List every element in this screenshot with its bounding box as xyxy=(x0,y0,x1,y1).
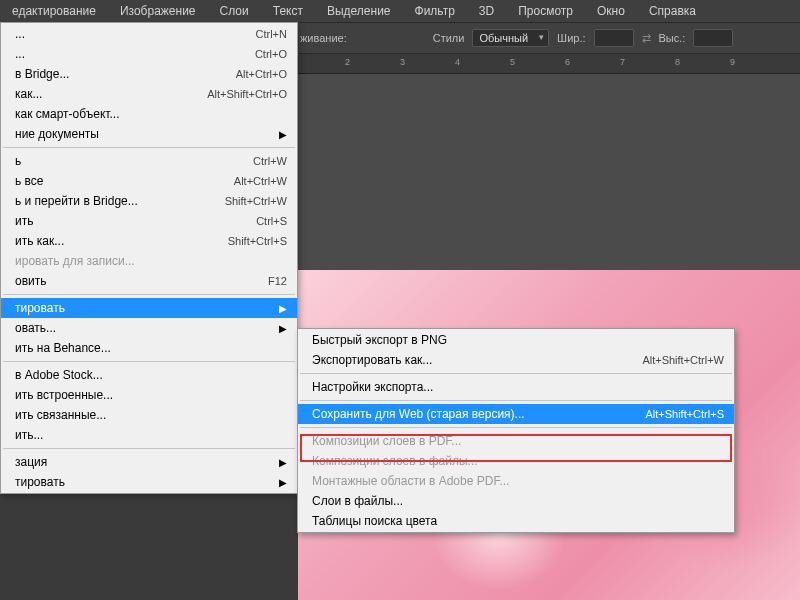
height-field[interactable] xyxy=(693,29,733,47)
menu-item-label: ировать для записи... xyxy=(15,254,287,268)
swap-icon[interactable]: ⇄ xyxy=(642,32,651,45)
menu-help[interactable]: Справка xyxy=(637,1,708,21)
ruler-tick: 3 xyxy=(400,57,405,67)
export-submenu: Быстрый экспорт в PNG Экспортировать как… xyxy=(297,328,735,533)
menu-item-label: ... xyxy=(15,27,232,41)
menu-item-close-all[interactable]: ь все Alt+Ctrl+W xyxy=(1,171,297,191)
menu-item-browse-bridge[interactable]: в Bridge... Alt+Ctrl+O xyxy=(1,64,297,84)
menu-item-label: ить встроенные... xyxy=(15,388,287,402)
menu-item-open-smart[interactable]: как смарт-объект... xyxy=(1,104,297,124)
menu-item-export[interactable]: тировать ▶ xyxy=(1,298,297,318)
ruler-tick: 2 xyxy=(345,57,350,67)
submenu-arrow-icon: ▶ xyxy=(279,323,287,334)
menu-item-label: в Adobe Stock... xyxy=(15,368,287,382)
menu-item-label: ить на Behance... xyxy=(15,341,287,355)
menu-window[interactable]: Окно xyxy=(585,1,637,21)
ruler-tick: 8 xyxy=(675,57,680,67)
menu-separator xyxy=(3,448,295,449)
style-select[interactable]: Обычный xyxy=(472,29,549,47)
menu-separator xyxy=(3,361,295,362)
menu-item-adobe-stock[interactable]: в Adobe Stock... xyxy=(1,365,297,385)
menu-item-label: ь xyxy=(15,154,229,168)
submenu-quick-export-png[interactable]: Быстрый экспорт в PNG xyxy=(298,330,734,350)
menu-item-new[interactable]: ... Ctrl+N xyxy=(1,24,297,44)
ruler-tick: 6 xyxy=(565,57,570,67)
menu-item-label: овить xyxy=(15,274,244,288)
menu-item-label: Слои в файлы... xyxy=(312,494,724,508)
menu-shortcut: Alt+Shift+Ctrl+S xyxy=(645,408,724,420)
menu-image[interactable]: Изображение xyxy=(108,1,208,21)
width-label: Шир.: xyxy=(557,32,585,44)
menu-item-generate[interactable]: овать... ▶ xyxy=(1,318,297,338)
menu-item-revert[interactable]: овить F12 xyxy=(1,271,297,291)
menu-separator xyxy=(3,294,295,295)
menu-edit[interactable]: едактирование xyxy=(0,1,108,21)
menu-shortcut: Alt+Ctrl+O xyxy=(236,68,287,80)
menu-item-label: овать... xyxy=(15,321,271,335)
width-field[interactable] xyxy=(594,29,634,47)
menu-item-label: ние документы xyxy=(15,127,271,141)
menu-item-label: зация xyxy=(15,455,271,469)
menu-text[interactable]: Текст xyxy=(261,1,315,21)
menu-item-label: Композиции слоев в PDF... xyxy=(312,434,724,448)
submenu-layer-comps-files: Композиции слоев в файлы... xyxy=(298,451,734,471)
menu-item-save[interactable]: ить Ctrl+S xyxy=(1,211,297,231)
ruler-tick: 7 xyxy=(620,57,625,67)
ruler-tick: 5 xyxy=(510,57,515,67)
menu-item-label: в Bridge... xyxy=(15,67,212,81)
menu-shortcut: Alt+Shift+Ctrl+O xyxy=(207,88,287,100)
canvas-background xyxy=(298,74,800,270)
menu-item-close-bridge[interactable]: ь и перейти в Bridge... Shift+Ctrl+W xyxy=(1,191,297,211)
menu-item-label: ить xyxy=(15,214,232,228)
menu-item-save-as[interactable]: ить как... Shift+Ctrl+S xyxy=(1,231,297,251)
menu-select[interactable]: Выделение xyxy=(315,1,403,21)
menu-item-label: Сохранить для Web (старая версия)... xyxy=(312,407,621,421)
submenu-layers-to-files[interactable]: Слои в файлы... xyxy=(298,491,734,511)
menu-item-label: как... xyxy=(15,87,183,101)
menu-item-place-embedded[interactable]: ить встроенные... xyxy=(1,385,297,405)
submenu-export-as[interactable]: Экспортировать как... Alt+Shift+Ctrl+W xyxy=(298,350,734,370)
menu-item-scripts[interactable]: тировать ▶ xyxy=(1,472,297,492)
file-menu: ... Ctrl+N ... Ctrl+O в Bridge... Alt+Ct… xyxy=(0,22,298,494)
menu-item-label: ить... xyxy=(15,428,287,442)
height-label: Выс.: xyxy=(659,32,686,44)
menu-item-label: ить как... xyxy=(15,234,204,248)
menu-item-label: Монтажные области в Adobe PDF... xyxy=(312,474,724,488)
menu-item-open-as[interactable]: как... Alt+Shift+Ctrl+O xyxy=(1,84,297,104)
menu-separator xyxy=(3,147,295,148)
menu-view[interactable]: Просмотр xyxy=(506,1,585,21)
menu-item-close[interactable]: ь Ctrl+W xyxy=(1,151,297,171)
ruler-tick: 9 xyxy=(730,57,735,67)
menu-item-label: Настройки экспорта... xyxy=(312,380,724,394)
menu-item-automate[interactable]: зация ▶ xyxy=(1,452,297,472)
submenu-arrow-icon: ▶ xyxy=(279,129,287,140)
menu-item-label: ... xyxy=(15,47,231,61)
menu-shortcut: Ctrl+W xyxy=(253,155,287,167)
menu-3d[interactable]: 3D xyxy=(467,1,506,21)
submenu-export-prefs[interactable]: Настройки экспорта... xyxy=(298,377,734,397)
ruler-tick: 4 xyxy=(455,57,460,67)
menu-layers[interactable]: Слои xyxy=(208,1,261,21)
menu-filter[interactable]: Фильтр xyxy=(403,1,467,21)
menu-item-label: Таблицы поиска цвета xyxy=(312,514,724,528)
menu-item-label: Экспортировать как... xyxy=(312,353,618,367)
menu-item-package[interactable]: ить... xyxy=(1,425,297,445)
submenu-artboards-pdf: Монтажные области в Adobe PDF... xyxy=(298,471,734,491)
menu-shortcut: F12 xyxy=(268,275,287,287)
submenu-save-for-web[interactable]: Сохранить для Web (старая версия)... Alt… xyxy=(298,404,734,424)
menu-item-label: ь все xyxy=(15,174,210,188)
styles-label: Стили xyxy=(433,32,465,44)
menu-shortcut: Shift+Ctrl+W xyxy=(225,195,287,207)
submenu-color-lookup-tables[interactable]: Таблицы поиска цвета xyxy=(298,511,734,531)
submenu-layer-comps-pdf: Композиции слоев в PDF... xyxy=(298,431,734,451)
menu-item-checkin: ировать для записи... xyxy=(1,251,297,271)
menu-shortcut: Ctrl+O xyxy=(255,48,287,60)
smoothing-label: живание: xyxy=(300,32,347,44)
menu-shortcut: Ctrl+S xyxy=(256,215,287,227)
menu-item-behance[interactable]: ить на Behance... xyxy=(1,338,297,358)
menu-separator xyxy=(300,373,732,374)
menu-item-open[interactable]: ... Ctrl+O xyxy=(1,44,297,64)
submenu-arrow-icon: ▶ xyxy=(279,477,287,488)
menu-item-recent[interactable]: ние документы ▶ xyxy=(1,124,297,144)
menu-item-place-linked[interactable]: ить связанные... xyxy=(1,405,297,425)
